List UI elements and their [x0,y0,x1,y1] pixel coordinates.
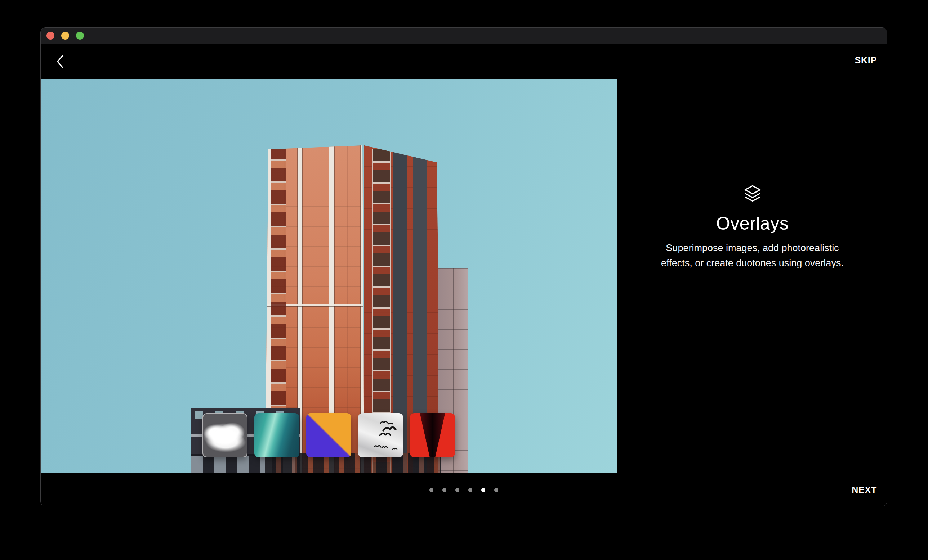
chevron-left-icon [56,54,64,69]
bird-silhouettes-icon [358,413,403,457]
layers-icon [743,184,762,202]
minimize-window-button[interactable] [61,32,69,40]
zoom-window-button[interactable] [76,32,84,40]
preview-image [41,79,617,473]
desktop-background: SKIP [0,0,928,560]
next-button[interactable]: NEXT [852,485,877,495]
thumbnail-duotone-overlay [306,413,351,457]
pagination-dots [41,473,887,507]
back-button[interactable] [51,52,70,72]
thumbnail-white-cloud-overlay [203,413,247,457]
pagination-dot-6[interactable] [494,488,498,492]
pagination-dot-3[interactable] [455,488,459,492]
onboarding-panel: Overlays Superimpose images, add photore… [617,79,887,473]
thumbnail-teal-aurora-overlay [254,413,299,457]
pagination-dot-2[interactable] [443,488,446,492]
description-line: effects, or create duotones using overla… [661,256,844,271]
page-description: Superimpose images, add photorealistic e… [661,240,844,271]
window-titlebar [41,28,887,44]
bottom-bar: NEXT [41,473,887,507]
thumbnail-red-architecture-overlay [410,413,455,457]
overlay-thumbnail-row [203,413,455,457]
app-window: SKIP [40,27,887,507]
skip-button[interactable]: SKIP [855,55,877,65]
onboarding-content: SKIP [41,44,887,506]
page-title: Overlays [716,213,789,234]
pagination-dot-4[interactable] [468,488,472,492]
description-line: Superimpose images, add photorealistic [661,240,844,256]
pagination-dot-1[interactable] [429,488,433,492]
thumbnail-birds-overlay [358,413,403,457]
close-window-button[interactable] [46,32,54,40]
red-architecture-figure [432,449,433,454]
pagination-dot-5[interactable] [481,488,485,492]
